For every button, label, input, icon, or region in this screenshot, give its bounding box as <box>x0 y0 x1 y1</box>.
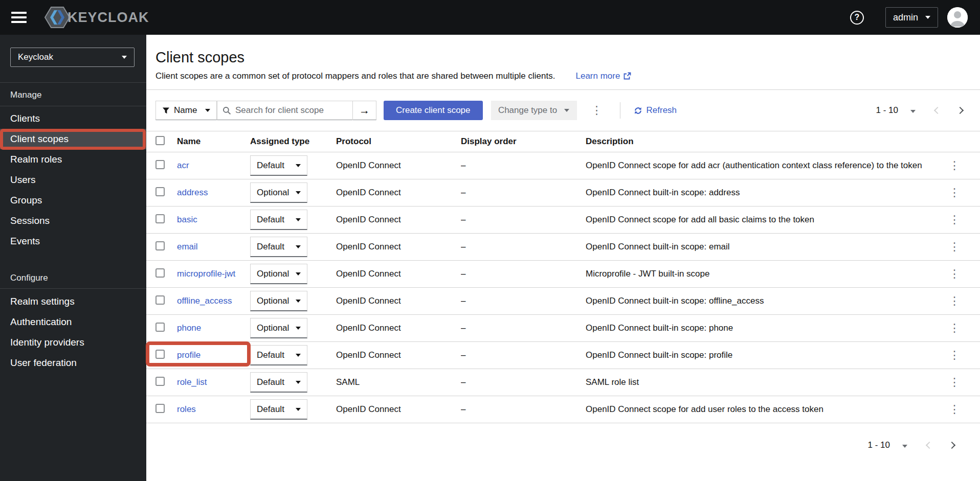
pagination-next-button[interactable] <box>955 105 965 117</box>
scope-name-link[interactable]: offline_access <box>177 296 232 306</box>
realm-selector[interactable]: Keycloak <box>10 48 135 67</box>
assigned-type-select[interactable]: Default <box>250 345 307 365</box>
sidebar-item-realm-roles[interactable]: Realm roles <box>0 149 146 170</box>
row-kebab-menu[interactable]: ⋮ <box>945 348 964 363</box>
sidebar-item-client-scopes[interactable]: Client scopes <box>0 129 146 149</box>
chevron-right-icon <box>956 106 964 113</box>
change-type-dropdown[interactable]: Change type to <box>491 101 577 120</box>
table-row-microprofile-jwt: microprofile-jwt Optional OpenID Connect… <box>146 261 980 288</box>
pagination-next-button[interactable] <box>947 440 956 451</box>
row-kebab-menu[interactable]: ⋮ <box>945 293 964 309</box>
row-kebab-menu[interactable]: ⋮ <box>945 158 964 173</box>
scope-name-link[interactable]: profile <box>177 350 201 360</box>
description-cell: Microprofile - JWT built-in scope <box>586 269 929 279</box>
chevron-left-icon <box>934 106 941 113</box>
hamburger-menu-icon[interactable] <box>11 12 27 23</box>
table-row-profile: profile Default OpenID Connect – OpenID … <box>146 342 980 369</box>
row-kebab-menu[interactable]: ⋮ <box>945 375 964 390</box>
sidebar-item-sessions[interactable]: Sessions <box>0 211 146 231</box>
help-icon[interactable]: ? <box>850 11 864 25</box>
sidebar-item-user-federation[interactable]: User federation <box>0 353 146 373</box>
assigned-type-select[interactable]: Default <box>250 372 307 393</box>
section-title-manage: Manage <box>10 90 41 100</box>
protocol-cell: OpenID Connect <box>336 188 461 198</box>
protocol-cell: OpenID Connect <box>336 404 461 415</box>
learn-more-link[interactable]: Learn more <box>575 71 631 81</box>
row-checkbox[interactable] <box>155 241 165 250</box>
chevron-down-icon <box>296 327 301 330</box>
divider <box>146 89 980 90</box>
avatar[interactable] <box>947 7 968 28</box>
sidebar-item-identity-providers[interactable]: Identity providers <box>0 332 146 353</box>
scope-name-link[interactable]: acr <box>177 161 189 170</box>
divider <box>0 82 146 83</box>
chevron-down-icon <box>564 109 569 112</box>
assigned-type-select[interactable]: Default <box>250 399 307 420</box>
row-checkbox[interactable] <box>155 404 165 413</box>
row-kebab-menu[interactable]: ⋮ <box>945 185 964 200</box>
protocol-cell: OpenID Connect <box>336 161 461 171</box>
description-cell: SAML role list <box>586 377 929 387</box>
table-body: acr Default OpenID Connect – OpenID Conn… <box>146 152 980 423</box>
row-checkbox[interactable] <box>155 377 165 386</box>
chevron-down-icon <box>925 16 930 19</box>
row-kebab-menu[interactable]: ⋮ <box>945 239 964 255</box>
sidebar-item-authentication[interactable]: Authentication <box>0 312 146 332</box>
assigned-type-select[interactable]: Default <box>250 237 307 257</box>
table-row-phone: phone Optional OpenID Connect – OpenID C… <box>146 315 980 342</box>
scope-name-link[interactable]: basic <box>177 215 197 224</box>
description-cell: OpenID Connect built-in scope: email <box>586 242 929 252</box>
scope-name-link[interactable]: phone <box>177 323 201 333</box>
assigned-type-select[interactable]: Optional <box>250 318 307 338</box>
sidebar-item-realm-settings[interactable]: Realm settings <box>0 291 146 312</box>
col-protocol: Protocol <box>336 136 461 147</box>
row-checkbox[interactable] <box>155 160 165 169</box>
sidebar: Keycloak Manage Clients Client scopes Re… <box>0 35 146 481</box>
assigned-type-select[interactable]: Optional <box>250 182 307 203</box>
assigned-type-select[interactable]: Optional <box>250 264 307 284</box>
row-kebab-menu[interactable]: ⋮ <box>945 320 964 336</box>
row-kebab-menu[interactable]: ⋮ <box>945 212 964 227</box>
scope-name-link[interactable]: roles <box>177 404 196 414</box>
row-checkbox[interactable] <box>155 350 165 359</box>
pagination-prev-button[interactable] <box>933 105 942 117</box>
protocol-cell: OpenID Connect <box>336 323 461 333</box>
row-checkbox[interactable] <box>155 295 165 305</box>
chevron-down-icon <box>296 408 301 411</box>
filter-column-dropdown[interactable]: Name <box>155 101 217 120</box>
assigned-type-select[interactable]: Optional <box>250 291 307 311</box>
sidebar-item-groups[interactable]: Groups <box>0 190 146 211</box>
row-checkbox[interactable] <box>155 268 165 278</box>
select-all-checkbox[interactable] <box>155 136 165 145</box>
scope-name-link[interactable]: role_list <box>177 377 207 387</box>
scope-name-link[interactable]: microprofile-jwt <box>177 269 235 279</box>
refresh-button[interactable]: Refresh <box>634 105 677 116</box>
row-checkbox[interactable] <box>155 323 165 332</box>
scope-name-link[interactable]: address <box>177 188 208 197</box>
chevron-down-icon <box>296 272 301 276</box>
chevron-down-icon <box>296 354 301 357</box>
assigned-type-select[interactable]: Default <box>250 210 307 230</box>
chevron-down-icon <box>902 445 907 448</box>
user-menu-dropdown[interactable]: admin <box>885 7 938 28</box>
row-kebab-menu[interactable]: ⋮ <box>945 402 964 417</box>
realm-name: Keycloak <box>18 52 53 62</box>
display-order-cell: – <box>461 350 586 360</box>
sidebar-item-events[interactable]: Events <box>0 231 146 251</box>
pagination-top: 1 - 10 <box>876 101 965 120</box>
pagination-per-page-dropdown[interactable] <box>908 105 918 117</box>
create-client-scope-button[interactable]: Create client scope <box>384 101 483 120</box>
pagination-per-page-dropdown[interactable] <box>900 440 909 451</box>
assigned-type-select[interactable]: Default <box>250 155 307 176</box>
row-checkbox[interactable] <box>155 214 165 223</box>
row-kebab-menu[interactable]: ⋮ <box>945 266 964 282</box>
pagination-prev-button[interactable] <box>925 440 934 451</box>
protocol-cell: OpenID Connect <box>336 269 461 279</box>
scope-name-link[interactable]: email <box>177 242 198 251</box>
row-checkbox[interactable] <box>155 187 165 196</box>
sidebar-item-users[interactable]: Users <box>0 170 146 190</box>
toolbar-kebab-menu[interactable]: ⋮ <box>587 103 607 118</box>
search-submit-button[interactable]: → <box>352 101 376 120</box>
search-input[interactable] <box>231 102 352 119</box>
sidebar-item-clients[interactable]: Clients <box>0 108 146 129</box>
